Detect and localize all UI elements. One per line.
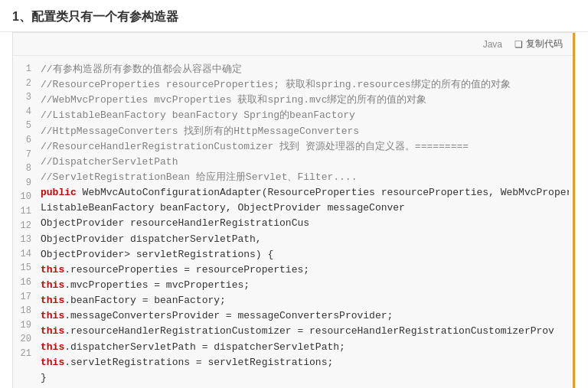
line-number: 3 xyxy=(19,90,31,105)
line-number: 16 xyxy=(19,276,31,290)
code-block: Java ❏ 复制代码 1234567891011121314151617181… xyxy=(12,32,576,388)
line-number: 7 xyxy=(19,148,31,162)
code-line: ListableBeanFactory beanFactory, ObjectP… xyxy=(41,201,569,216)
copy-button[interactable]: ❏ 复制代码 xyxy=(511,36,566,52)
line-number: 2 xyxy=(19,77,31,91)
copy-button-label: 复制代码 xyxy=(526,37,563,51)
line-number: 17 xyxy=(19,290,31,305)
code-line: //WebMvcProperties mvcProperties 获取和spri… xyxy=(41,93,569,108)
code-line: this.servletRegistrations = servletRegis… xyxy=(41,355,569,370)
code-line: //有参构造器所有参数的值都会从容器中确定 xyxy=(41,62,569,77)
code-line: } xyxy=(41,370,569,386)
line-number: 9 xyxy=(19,176,31,191)
code-line: this.resourceProperties = resourceProper… xyxy=(41,262,569,278)
code-line: this.messageConvertersProvider = message… xyxy=(41,308,569,324)
code-toolbar: Java ❏ 复制代码 xyxy=(13,33,575,56)
line-number: 6 xyxy=(19,133,31,148)
line-number: 12 xyxy=(19,219,31,233)
accent-bar xyxy=(573,33,575,388)
line-number: 18 xyxy=(19,304,31,318)
code-line: //ServletRegistrationBean 给应用注册Servlet、F… xyxy=(41,170,569,185)
copy-icon: ❏ xyxy=(514,39,523,50)
code-line: this.dispatcherServletPath = dispatcherS… xyxy=(41,340,569,355)
code-line: //ListableBeanFactory beanFactory Spring… xyxy=(41,108,569,123)
line-number: 4 xyxy=(19,105,31,119)
line-number: 8 xyxy=(19,161,31,176)
code-line: ObjectProvider resourceHandlerRegistrati… xyxy=(41,216,569,231)
code-body: 123456789101112131415161718192021 //有参构造… xyxy=(13,56,575,388)
code-line: //DispatcherServletPath xyxy=(41,155,569,170)
code-line: //ResourceHandlerRegistrationCustomizer … xyxy=(41,139,569,155)
line-number: 11 xyxy=(19,204,31,219)
line-number: 13 xyxy=(19,233,31,247)
code-line: this.beanFactory = beanFactory; xyxy=(41,293,569,308)
code-line: ObjectProvider dispatcherServletPath, xyxy=(41,232,569,247)
code-line: //HttpMessageConverters 找到所有的HttpMessage… xyxy=(41,124,569,139)
code-line: public WebMvcAutoConfigurationAdapter(Re… xyxy=(41,185,569,201)
code-line: //ResourceProperties resourceProperties;… xyxy=(41,77,569,93)
line-number: 5 xyxy=(19,119,31,133)
page-title: 1、配置类只有一个有参构造器 xyxy=(12,10,178,23)
line-number: 14 xyxy=(19,247,31,262)
line-number: 10 xyxy=(19,190,31,204)
line-number: 20 xyxy=(19,332,31,347)
code-line: this.resourceHandlerRegistrationCustomiz… xyxy=(41,324,569,339)
line-number: 19 xyxy=(19,318,31,333)
code-line: ObjectProvider> servletRegistrations) { xyxy=(41,247,569,262)
line-numbers: 123456789101112131415161718192021 xyxy=(13,62,41,386)
language-label: Java xyxy=(483,39,502,50)
line-number: 1 xyxy=(19,62,31,77)
line-number: 21 xyxy=(19,347,31,361)
header: 1、配置类只有一个有参构造器 xyxy=(0,0,588,32)
code-line: this.mvcProperties = mvcProperties; xyxy=(41,278,569,293)
line-number: 15 xyxy=(19,261,31,276)
code-lines: //有参构造器所有参数的值都会从容器中确定//ResourcePropertie… xyxy=(41,62,575,386)
